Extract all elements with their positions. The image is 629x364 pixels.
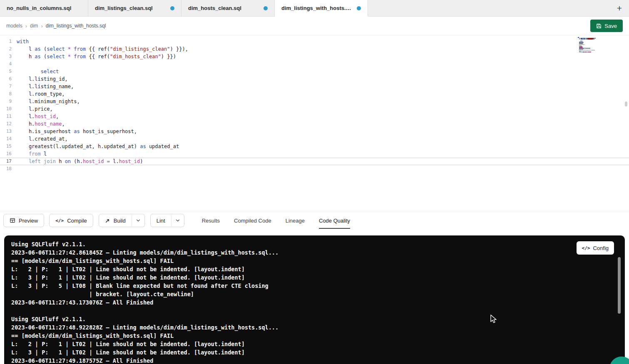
code-line[interactable]: 5 select	[0, 68, 629, 75]
code-line[interactable]: 18	[0, 165, 629, 173]
line-number: 8	[0, 90, 17, 98]
tab-compiled-code[interactable]: Compiled Code	[234, 212, 271, 229]
line-number: 1	[0, 38, 17, 45]
breadcrumb-models[interactable]: models	[6, 23, 22, 29]
code-line[interactable]: 15 greatest(l.updated_at, h.updated_at) …	[0, 143, 629, 150]
code-line[interactable]: 9 l.minimum_nights,	[0, 98, 629, 105]
build-button-label: Build	[114, 218, 126, 224]
table-grid-icon	[10, 218, 15, 223]
code-line[interactable]: 17 left join h on (h.host_id = l.host_id…	[0, 158, 629, 165]
line-number: 12	[0, 120, 17, 128]
build-split-button: Build	[99, 214, 145, 227]
compile-button[interactable]: </> Compile	[49, 214, 93, 227]
breadcrumb-current-file: dim_listings_with_hosts.sql	[46, 23, 106, 29]
tab-code-quality[interactable]: Code Quality	[319, 212, 350, 229]
lint-split-button: Lint	[150, 214, 184, 227]
line-number: 9	[0, 98, 17, 105]
lint-options-button[interactable]	[171, 214, 184, 227]
line-number: 3	[0, 53, 17, 60]
line-number: 6	[0, 75, 17, 83]
line-number: 4	[0, 60, 17, 68]
breadcrumb: models › dim › dim_listings_with_hosts.s…	[6, 23, 106, 29]
code-line[interactable]: 11 l.host_id,	[0, 113, 629, 120]
build-options-button[interactable]	[132, 214, 145, 227]
breadcrumb-dim[interactable]: dim	[30, 23, 38, 29]
compile-button-label: Compile	[67, 218, 87, 224]
code-brackets-icon: </>	[55, 218, 64, 223]
result-tabs: Results Compiled Code Lineage Code Quali…	[202, 212, 350, 229]
line-number: 15	[0, 143, 17, 150]
unsaved-changes-dot[interactable]	[357, 6, 361, 10]
terminal-scrollbar[interactable]	[618, 257, 621, 314]
terminal-output: Using SQLFluff v2.1.1. 2023-06-06T11:27:…	[4, 235, 625, 364]
code-line[interactable]: 3 h as (select * from {{ ref("dim_hosts_…	[0, 53, 629, 60]
file-tab[interactable]: dim_listings_clean.sql	[88, 0, 181, 16]
tab-results[interactable]: Results	[202, 212, 220, 229]
action-bar: Preview </> Compile Build Lint Results C…	[0, 212, 629, 229]
line-number: 16	[0, 150, 17, 158]
code-editor[interactable]: 1with2 l as (select * from {{ ref("dim_l…	[0, 36, 629, 212]
editor-scrollbar[interactable]	[625, 102, 627, 106]
line-number: 17	[0, 158, 17, 165]
new-tab-button[interactable]: +	[614, 3, 625, 14]
save-floppy-icon	[596, 23, 602, 29]
code-line[interactable]: 14 l.created_at,	[0, 135, 629, 143]
code-line[interactable]: 1with	[0, 38, 629, 45]
unsaved-changes-dot[interactable]	[264, 6, 268, 10]
line-number: 14	[0, 135, 17, 143]
preview-button[interactable]: Preview	[3, 214, 44, 227]
code-line[interactable]: 7 l.listing_name,	[0, 83, 629, 90]
save-button-label: Save	[604, 23, 617, 29]
file-tab-bar: no_nulls_in_columns.sql dim_listings_cle…	[0, 0, 629, 17]
config-button[interactable]: </> Config	[577, 241, 614, 255]
file-tab-label: dim_listings_clean.sql	[95, 5, 167, 11]
line-number: 2	[0, 45, 17, 53]
file-tab[interactable]: dim_listings_with_hosts.sql	[275, 0, 368, 16]
file-tab-label: no_nulls_in_columns.sql	[7, 5, 81, 11]
line-number: 7	[0, 83, 17, 90]
code-line[interactable]: 2 l as (select * from {{ ref("dim_listin…	[0, 45, 629, 53]
chevron-down-icon	[135, 218, 141, 223]
line-number: 10	[0, 105, 17, 113]
file-tab-label: dim_listings_with_hosts.sql	[281, 5, 353, 11]
config-button-label: Config	[593, 245, 609, 251]
line-number: 18	[0, 165, 17, 173]
lint-button[interactable]: Lint	[150, 214, 172, 227]
chevron-down-icon	[175, 218, 181, 223]
breadcrumb-separator-icon: ›	[41, 23, 42, 29]
lint-button-label: Lint	[157, 218, 165, 224]
line-number: 13	[0, 128, 17, 135]
breadcrumb-bar: models › dim › dim_listings_with_hosts.s…	[0, 17, 629, 35]
code-brackets-icon: </>	[582, 245, 590, 251]
code-line[interactable]: 4	[0, 60, 629, 68]
code-line[interactable]: 12 h.host_name,	[0, 120, 629, 128]
line-number: 5	[0, 68, 17, 75]
minimap[interactable]	[578, 37, 609, 53]
file-tab[interactable]: dim_hosts_clean.sql	[181, 0, 275, 16]
unsaved-changes-dot[interactable]	[170, 6, 174, 10]
build-button[interactable]: Build	[99, 214, 132, 227]
file-tab[interactable]: no_nulls_in_columns.sql	[0, 0, 88, 16]
tab-lineage[interactable]: Lineage	[286, 212, 305, 229]
plus-icon: +	[617, 4, 622, 12]
terminal-panel: Using SQLFluff v2.1.1. 2023-06-06T11:27:…	[4, 235, 625, 364]
build-arrow-icon	[105, 218, 110, 223]
breadcrumb-separator-icon: ›	[25, 23, 27, 29]
code-line[interactable]: 10 l.price,	[0, 105, 629, 113]
save-button[interactable]: Save	[590, 20, 623, 32]
line-number: 11	[0, 113, 17, 120]
file-tab-label: dim_hosts_clean.sql	[188, 5, 260, 11]
code-line[interactable]: 13 h.is_superhost as host_is_superhost,	[0, 128, 629, 135]
code-lines: 1with2 l as (select * from {{ ref("dim_l…	[0, 36, 629, 173]
code-line[interactable]: 16 from l	[0, 150, 629, 158]
preview-button-label: Preview	[19, 218, 38, 224]
code-line[interactable]: 8 l.room_type,	[0, 90, 629, 98]
code-line[interactable]: 6 l.listing_id,	[0, 75, 629, 83]
